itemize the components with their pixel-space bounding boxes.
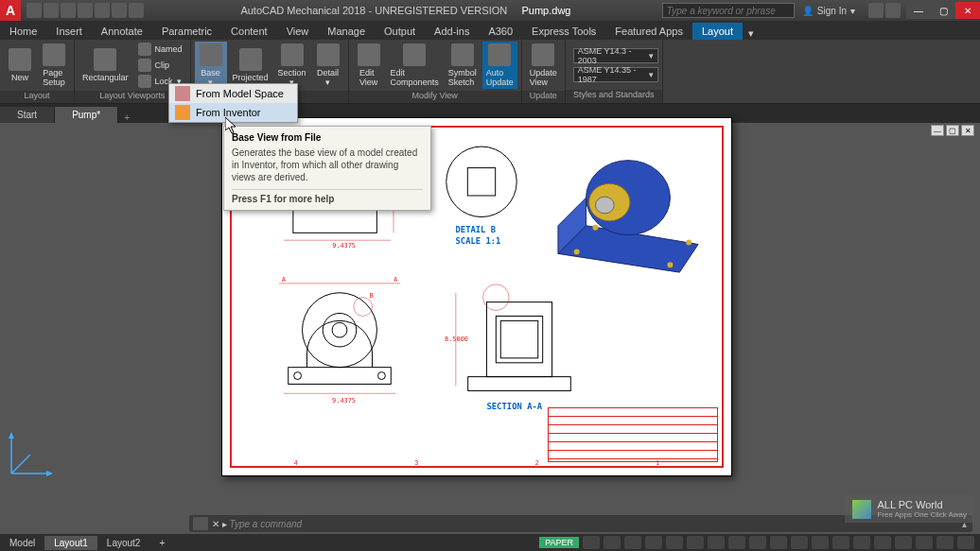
qat-saveas-icon[interactable] [78, 3, 93, 18]
exchange-icon[interactable] [868, 3, 884, 18]
update-view-button[interactable]: Update View [526, 42, 561, 89]
qat-redo-icon[interactable] [129, 3, 144, 18]
status-ortho-icon[interactable] [624, 536, 641, 549]
detail-view[interactable]: DETAIL B SCALE 1:1 [434, 139, 529, 252]
page-setup-icon [43, 43, 65, 66]
watermark-icon [852, 500, 871, 519]
app-icon[interactable]: A [0, 0, 21, 21]
layouttab-layout2[interactable]: Layout2 [97, 536, 150, 550]
tab-annotate[interactable]: Annotate [92, 23, 152, 40]
section-view[interactable]: SECTION A-A 8.5000 [444, 273, 595, 424]
status-customize-icon[interactable] [957, 536, 974, 549]
svg-text:SCALE  1:1: SCALE 1:1 [456, 236, 501, 246]
status-units-icon[interactable] [832, 536, 849, 549]
status-quickprops-icon[interactable] [853, 536, 870, 549]
symbol-sketch-button[interactable]: Symbol Sketch [445, 42, 481, 89]
svg-point-21 [303, 293, 377, 368]
status-hardware-icon[interactable] [916, 536, 933, 549]
panel-modifyview: Edit View Edit Components Symbol Sketch … [349, 40, 522, 103]
edit-view-button[interactable]: Edit View [353, 42, 385, 89]
viewport-close-button[interactable]: ✕ [961, 125, 974, 136]
status-annoscale-icon[interactable] [770, 536, 787, 549]
front-view[interactable]: A A 9.4375 B [264, 273, 415, 415]
auto-update-button[interactable]: Auto Update [482, 42, 517, 89]
tab-output[interactable]: Output [375, 23, 425, 40]
tab-layout[interactable]: Layout [692, 23, 743, 40]
drawing-area[interactable]: — ▢ ✕ 9.4375 5.5000 [0, 123, 980, 517]
help-search-input[interactable] [662, 3, 795, 18]
layouttab-add[interactable]: + [149, 536, 174, 550]
status-osnap-icon[interactable] [666, 536, 683, 549]
svg-text:B: B [370, 292, 374, 300]
filetab-start[interactable]: Start [0, 107, 55, 123]
status-cycling-icon[interactable] [749, 536, 766, 549]
tab-a360[interactable]: A360 [479, 23, 522, 40]
qat-open-icon[interactable] [44, 3, 59, 18]
style1-combo[interactable]: ASME Y14.3 - 2003▾ [573, 48, 658, 63]
tab-express[interactable]: Express Tools [522, 23, 605, 40]
detail-icon [317, 43, 340, 66]
iso-view[interactable] [538, 131, 718, 283]
status-lweight-icon[interactable] [708, 536, 725, 549]
qat-save-icon[interactable] [61, 3, 76, 18]
dropdown-from-modelspace[interactable]: From Model Space [169, 84, 297, 103]
new-filetab-button[interactable]: + [118, 112, 135, 123]
watermark-line1: ALL PC World [877, 499, 967, 510]
title-block[interactable] [548, 407, 718, 462]
edit-components-button[interactable]: Edit Components [387, 42, 443, 89]
cmd-customize-icon[interactable] [193, 517, 208, 530]
close-button[interactable]: ✕ [955, 2, 980, 19]
tab-insert[interactable]: Insert [46, 23, 92, 40]
maximize-button[interactable]: ▢ [931, 2, 955, 19]
new-layout-icon [9, 48, 31, 71]
status-paper[interactable]: PAPER [539, 537, 579, 548]
section-button[interactable]: Section▾ [274, 42, 310, 89]
tab-content[interactable]: Content [221, 23, 277, 40]
new-layout-button[interactable]: New [4, 42, 36, 89]
tab-manage[interactable]: Manage [318, 23, 375, 40]
ribbon-expand-icon[interactable]: ▾ [743, 27, 760, 40]
inventor-icon [175, 105, 190, 120]
viewport-minimize-button[interactable]: — [931, 125, 944, 136]
status-snap-icon[interactable] [604, 536, 621, 549]
projected-button[interactable]: Projected [229, 42, 272, 89]
qat-undo-icon[interactable] [112, 3, 127, 18]
section-icon [281, 43, 304, 66]
layouttab-layout1[interactable]: Layout1 [44, 536, 97, 550]
status-grid-icon[interactable] [583, 536, 600, 549]
status-annomonitor-icon[interactable] [812, 536, 829, 549]
svg-text:9.4375: 9.4375 [332, 242, 356, 250]
status-lock-icon[interactable] [874, 536, 891, 549]
page-setup-button[interactable]: Page Setup [38, 42, 70, 89]
named-button[interactable]: Named [134, 42, 186, 57]
qat-new-icon[interactable] [26, 3, 42, 18]
help-icon[interactable] [885, 3, 901, 18]
status-workspace-icon[interactable] [791, 536, 808, 549]
tab-parametric[interactable]: Parametric [152, 23, 221, 40]
status-transparency-icon[interactable] [728, 536, 745, 549]
status-polar-icon[interactable] [645, 536, 662, 549]
minimize-button[interactable]: — [906, 2, 931, 19]
svg-text:SECTION  A-A: SECTION A-A [486, 402, 542, 411]
layouttab-model[interactable]: Model [0, 536, 44, 550]
status-cleanscreen-icon[interactable] [936, 536, 954, 549]
rectangular-button[interactable]: Rectangular [79, 42, 132, 89]
ucs-icon[interactable] [4, 424, 61, 481]
tab-home[interactable]: Home [0, 23, 46, 40]
status-otrack-icon[interactable] [687, 536, 704, 549]
qat-plot-icon[interactable] [95, 3, 110, 18]
svg-point-22 [323, 313, 357, 347]
clip-button[interactable]: Clip [134, 58, 186, 73]
style2-combo[interactable]: ASME Y14.35 - 1987▾ [573, 67, 658, 82]
svg-point-15 [595, 197, 614, 214]
viewport-restore-button[interactable]: ▢ [946, 125, 959, 136]
detail-button[interactable]: Detail▾ [312, 42, 344, 89]
status-isolate-icon[interactable] [895, 536, 912, 549]
tab-view[interactable]: View [277, 23, 319, 40]
filetab-pump[interactable]: Pump* [55, 107, 118, 123]
tab-addins[interactable]: Add-ins [425, 23, 479, 40]
tab-featured[interactable]: Featured Apps [605, 23, 692, 40]
base-button[interactable]: Base▾ [195, 42, 227, 89]
signin-label: Sign In [817, 6, 847, 16]
signin-button[interactable]: 👤 Sign In ▾ [795, 6, 863, 16]
